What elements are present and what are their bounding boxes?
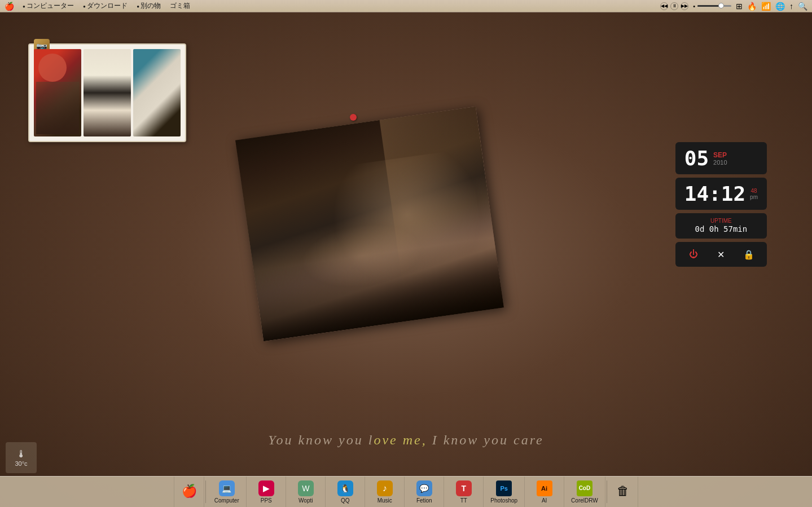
dock-label-fetion: Fetion — [416, 497, 432, 504]
volume-slider[interactable]: • — [693, 3, 731, 10]
dock-apple-icon: 🍎 — [181, 483, 197, 499]
power-buttons-group: ⏻ ✕ 🔒 — [675, 242, 767, 267]
apple-menu-icon[interactable]: 🍎 — [5, 2, 14, 11]
menu-item-trash[interactable]: ゴミ箱 — [170, 1, 190, 11]
menu-bar-icon-2[interactable]: 🔥 — [747, 2, 757, 11]
close-button[interactable]: ✕ — [713, 246, 729, 262]
dock-wopti-icon: W — [298, 480, 314, 496]
menu-bar-icon-5[interactable]: ↑ — [789, 2, 793, 11]
clock-widget: 05 SEP 2010 14:12 48 pm uptime 0d 0h 57m… — [675, 142, 767, 267]
dock-fetion-icon: 💬 — [416, 480, 432, 496]
date-year: 2010 — [713, 159, 727, 166]
dock-coreldraw-icon: CoD — [577, 480, 592, 496]
menu-item-other[interactable]: 別の物 — [137, 1, 161, 11]
uptime-box: uptime 0d 0h 57min — [675, 213, 767, 239]
menu-bar-icon-4[interactable]: 🌐 — [775, 2, 785, 11]
time-ampm-box: 48 pm — [750, 188, 758, 200]
photo-pin — [350, 114, 357, 121]
photo-thumb-1 — [34, 49, 81, 136]
date-box: 05 SEP 2010 — [675, 142, 767, 174]
dock-qq-icon: 🐧 — [337, 480, 353, 496]
volume-icon: • — [693, 3, 695, 10]
dock-item-apple[interactable]: 🍎 — [174, 477, 204, 507]
dock-label-computer: Computer — [214, 497, 239, 504]
menu-bar-icon-3[interactable]: 📶 — [761, 2, 771, 11]
date-month-year: SEP 2010 — [713, 151, 727, 166]
dock-music-icon: ♪ — [377, 480, 393, 496]
dock-label-qq: QQ — [341, 497, 350, 504]
dock-item-trash[interactable]: 🗑 — [608, 477, 638, 507]
dock-label-tt: TT — [460, 497, 467, 504]
photo-widget[interactable]: 📷 — [28, 43, 186, 142]
quote-text-2: I know you care — [427, 433, 544, 447]
dock-item-computer[interactable]: 💻 Computer — [207, 477, 247, 507]
dock-item-photoshop[interactable]: Ps Photoshop — [484, 477, 525, 507]
photo-thumb-2 — [84, 49, 131, 136]
time-seconds: 48 — [750, 188, 757, 194]
forward-btn[interactable]: ▶▶ — [681, 2, 688, 10]
quote-text-1: You know you l — [268, 433, 374, 447]
dock-label-ai: AI — [542, 497, 547, 504]
uptime-label: uptime — [684, 218, 758, 224]
dock-item-qq[interactable]: 🐧 QQ — [326, 477, 365, 507]
dock-photoshop-icon: Ps — [496, 480, 512, 496]
time-box: 14:12 48 pm — [675, 178, 767, 210]
dock-label-coreldraw: CorelDRW — [571, 497, 598, 504]
desktop-quote: You know you love me, I know you care — [0, 433, 812, 448]
dock-pps-icon: ▶ — [258, 480, 274, 496]
time-number: 14:12 — [684, 182, 745, 205]
main-photo — [235, 107, 504, 341]
temperature-icon: 🌡 — [16, 448, 27, 460]
menu-item-download[interactable]: ダウンロード — [83, 1, 128, 11]
menu-bar: 🍎 コンピューター ダウンロード 別の物 ゴミ箱 ◀◀ ⏸ ▶▶ • ⊞ 🔥 📶… — [0, 0, 812, 12]
uptime-value: 0d 0h 57min — [695, 224, 748, 233]
volume-track[interactable] — [697, 5, 731, 7]
menu-bar-icon-1[interactable]: ⊞ — [736, 2, 743, 11]
power-button[interactable]: ⏻ — [686, 246, 701, 262]
pause-btn[interactable]: ⏸ — [670, 2, 678, 10]
dock: 🍎 💻 Computer ▶ PPS W Wopti 🐧 QQ ♪ Music … — [0, 476, 812, 507]
dock-label-photoshop: Photoshop — [490, 497, 517, 504]
menu-bar-search-icon[interactable]: 🔍 — [798, 2, 807, 11]
menu-bar-right: ◀◀ ⏸ ▶▶ • ⊞ 🔥 📶 🌐 ↑ 🔍 — [660, 2, 807, 11]
temperature-value: 30°c — [15, 460, 27, 467]
dock-label-pps: PPS — [261, 497, 272, 504]
dock-separator-1 — [205, 480, 206, 503]
dock-item-ai[interactable]: Ai AI — [525, 477, 564, 507]
dock-item-coreldraw[interactable]: CoD CorelDRW — [564, 477, 605, 507]
dock-label-music: Music — [378, 497, 392, 504]
dock-computer-icon: 💻 — [219, 480, 235, 496]
time-ampm: pm — [750, 194, 758, 200]
dock-item-fetion[interactable]: 💬 Fetion — [405, 477, 444, 507]
date-number: 05 — [684, 147, 709, 170]
dock-trash-icon: 🗑 — [615, 483, 631, 499]
rewind-btn[interactable]: ◀◀ — [660, 2, 668, 10]
dock-label-wopti: Wopti — [299, 497, 313, 504]
dock-item-tt[interactable]: T TT — [444, 477, 484, 507]
date-month: SEP — [713, 151, 727, 159]
desktop: 📷 You know you love me, I know you care … — [0, 12, 812, 507]
temperature-widget: 🌡 30°c — [6, 442, 37, 473]
menu-item-computer[interactable]: コンピューター — [23, 1, 74, 11]
dock-item-music[interactable]: ♪ Music — [365, 477, 405, 507]
media-controls[interactable]: ◀◀ ⏸ ▶▶ — [660, 2, 688, 10]
photo-thumb-3 — [133, 49, 181, 136]
dock-tt-icon: T — [456, 480, 472, 496]
dock-item-wopti[interactable]: W Wopti — [286, 477, 326, 507]
quote-text-highlight: ove me, — [374, 433, 427, 447]
dock-separator-2 — [607, 480, 607, 503]
lock-button[interactable]: 🔒 — [741, 246, 757, 262]
dock-ai-icon: Ai — [537, 480, 552, 496]
dock-item-pps[interactable]: ▶ PPS — [247, 477, 286, 507]
